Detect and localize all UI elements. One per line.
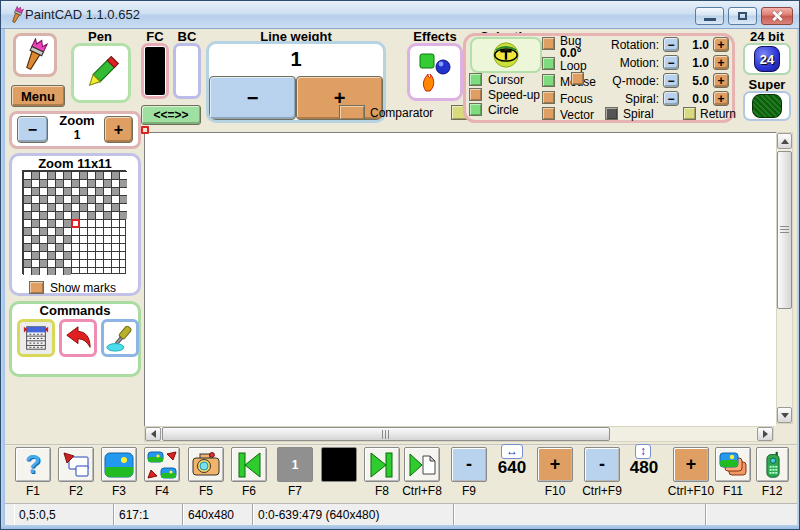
fkey-label-f11: F11 bbox=[715, 484, 751, 498]
color-depth-icon: 24 bbox=[754, 46, 780, 72]
speedup-toggle[interactable] bbox=[469, 88, 482, 101]
motion-plus-button[interactable]: + bbox=[713, 55, 729, 70]
qmode-plus-button[interactable]: + bbox=[713, 73, 729, 88]
swap-colors-button[interactable]: <<=>> bbox=[141, 105, 201, 125]
out-of-canvas-checker-top bbox=[23, 171, 127, 219]
zoom-out-button[interactable]: − bbox=[17, 116, 48, 143]
vector-toggle[interactable] bbox=[542, 107, 555, 120]
return-toggle[interactable] bbox=[683, 107, 696, 120]
status-cursor-position: 0,5:0,5 bbox=[14, 504, 114, 525]
minus-glyph: − bbox=[667, 92, 674, 106]
frame-color-button[interactable] bbox=[321, 447, 357, 482]
bug-toggle[interactable] bbox=[542, 37, 555, 50]
horizontal-scroll-thumb[interactable] bbox=[162, 427, 610, 441]
frame-number-button[interactable]: 1 bbox=[277, 447, 313, 482]
focus-toggle[interactable] bbox=[542, 91, 555, 104]
rotation-minus-button[interactable]: − bbox=[663, 37, 679, 52]
super-label: Super bbox=[739, 77, 795, 92]
fkey-label-f3: F3 bbox=[101, 484, 137, 498]
undo-button[interactable] bbox=[59, 319, 97, 357]
spiral-toggle[interactable] bbox=[605, 107, 618, 120]
prev-frame-button[interactable] bbox=[231, 447, 267, 482]
scroll-down-button[interactable] bbox=[777, 407, 792, 423]
color-depth-value: 24 bbox=[760, 52, 774, 67]
status-extra-1 bbox=[454, 504, 706, 525]
qmode-toggle[interactable] bbox=[571, 72, 584, 85]
resize-image-button[interactable] bbox=[58, 447, 94, 482]
circle-toggle[interactable] bbox=[469, 103, 482, 116]
minus-glyph: − bbox=[667, 74, 674, 88]
frames-list-button[interactable] bbox=[715, 447, 751, 482]
height-plus-button[interactable]: + bbox=[673, 447, 709, 482]
minus-glyph: − bbox=[667, 38, 674, 52]
scroll-left-button[interactable] bbox=[145, 427, 161, 441]
width-plus-button[interactable]: + bbox=[537, 447, 573, 482]
commands-title: Commands bbox=[15, 303, 135, 318]
help-button[interactable]: ? bbox=[15, 447, 51, 482]
minimize-button[interactable] bbox=[695, 7, 724, 25]
comparator-left-swatch[interactable] bbox=[339, 105, 365, 120]
height-arrow-icon: ↕ bbox=[635, 444, 651, 459]
plus-glyph: + bbox=[717, 74, 724, 88]
cursor-toggle[interactable] bbox=[469, 73, 482, 86]
command-table-button[interactable] bbox=[17, 319, 55, 357]
color-depth-button[interactable]: 24 bbox=[743, 43, 791, 75]
bottom-toolbar-divider bbox=[5, 444, 797, 446]
zoom-in-button[interactable]: + bbox=[104, 116, 133, 143]
main-tool-button[interactable] bbox=[13, 33, 57, 77]
undo-arrow-icon bbox=[64, 324, 92, 352]
line-weight-minus-button[interactable]: − bbox=[209, 76, 296, 120]
maximize-button[interactable] bbox=[728, 7, 757, 25]
motion-minus-button[interactable]: − bbox=[663, 55, 679, 70]
rotation-value: 1.0 bbox=[679, 38, 709, 52]
swap-images-button[interactable] bbox=[144, 447, 180, 482]
mobile-export-button[interactable] bbox=[756, 447, 789, 482]
window-title: PaintCAD 1.1.0.652 bbox=[25, 7, 140, 22]
status-image-size: 640x480 bbox=[183, 504, 253, 525]
height-minus-button[interactable]: - bbox=[584, 447, 620, 482]
screenshot-button[interactable] bbox=[188, 447, 224, 482]
rotation-plus-button[interactable]: + bbox=[713, 37, 729, 52]
swap-images-icon bbox=[146, 450, 178, 480]
canvas[interactable] bbox=[144, 132, 776, 426]
fkey-label-f6: F6 bbox=[231, 484, 267, 498]
show-marks-checkbox[interactable] bbox=[29, 281, 44, 294]
glue-tool-button[interactable] bbox=[101, 319, 139, 357]
thumb-grip bbox=[780, 226, 789, 234]
vertical-scroll-thumb[interactable] bbox=[777, 151, 792, 309]
line-weight-value: 1 bbox=[209, 44, 383, 76]
vertical-scrollbar[interactable] bbox=[776, 132, 793, 424]
horizontal-scrollbar[interactable] bbox=[144, 426, 774, 442]
image-button[interactable] bbox=[101, 447, 137, 482]
plus-glyph: + bbox=[114, 121, 123, 139]
camera-icon bbox=[190, 450, 222, 480]
prev-frame-icon bbox=[234, 450, 264, 480]
window-border-left bbox=[1, 29, 5, 525]
new-frame-button[interactable] bbox=[404, 447, 440, 482]
super-icon bbox=[752, 94, 782, 118]
minus-glyph: - bbox=[466, 454, 472, 475]
width-minus-button[interactable]: - bbox=[451, 447, 487, 482]
circle-label: Circle bbox=[488, 103, 519, 117]
status-zoom-ratio: 617:1 bbox=[114, 504, 183, 525]
bug-button[interactable] bbox=[470, 37, 542, 73]
scroll-up-button[interactable] bbox=[777, 133, 792, 149]
table-list-icon bbox=[22, 324, 50, 352]
mouse-toggle[interactable] bbox=[542, 74, 555, 87]
spiral-plus-button[interactable]: + bbox=[713, 91, 729, 106]
fkey-label-ctrl-f9: Ctrl+F9 bbox=[577, 484, 627, 498]
pen-button[interactable] bbox=[71, 43, 131, 103]
effects-button[interactable] bbox=[407, 43, 463, 101]
next-frame-button[interactable] bbox=[364, 447, 400, 482]
mobile-phone-icon bbox=[759, 450, 787, 480]
super-button[interactable] bbox=[743, 91, 791, 121]
close-button[interactable] bbox=[761, 7, 793, 25]
scroll-right-button[interactable] bbox=[757, 427, 773, 441]
qmode-minus-button[interactable]: − bbox=[663, 73, 679, 88]
spiral-minus-button[interactable]: − bbox=[663, 91, 679, 106]
loop-toggle[interactable] bbox=[542, 57, 555, 70]
background-color-swatch[interactable] bbox=[173, 43, 201, 99]
foreground-color-swatch[interactable] bbox=[141, 43, 169, 99]
fc-color-fill bbox=[145, 47, 165, 95]
menu-button[interactable]: Menu bbox=[11, 85, 65, 107]
